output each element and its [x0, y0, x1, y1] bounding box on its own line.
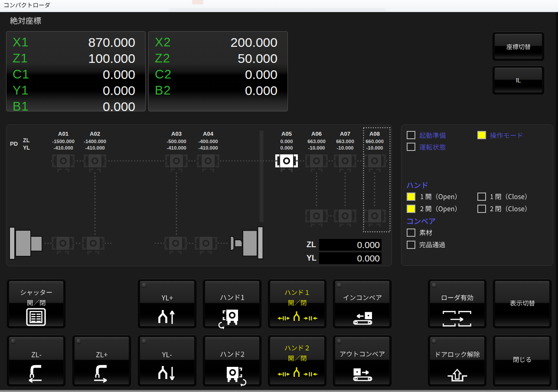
svg-text:A03: A03: [171, 131, 182, 137]
svg-text:663.000: 663.000: [336, 139, 354, 144]
svg-text:-410.000: -410.000: [53, 145, 73, 150]
svg-text:A05: A05: [281, 131, 292, 137]
svg-text:YL: YL: [23, 145, 30, 151]
svg-text:A06: A06: [311, 131, 322, 137]
svg-text:A04: A04: [203, 131, 214, 137]
svg-text:-500.000: -500.000: [166, 139, 186, 144]
svg-text:-410.000: -410.000: [198, 145, 218, 150]
svg-text:0.000: 0.000: [281, 139, 293, 144]
svg-text:-1500.000: -1500.000: [52, 139, 75, 144]
svg-text:-400.000: -400.000: [198, 139, 218, 144]
svg-text:PD: PD: [10, 140, 18, 147]
svg-text:A02: A02: [90, 131, 100, 137]
svg-text:-410.000: -410.000: [85, 145, 104, 150]
svg-text:ZL: ZL: [23, 137, 30, 144]
svg-text:0.000: 0.000: [281, 145, 293, 150]
svg-text:A01: A01: [58, 131, 69, 137]
svg-text:660.000: 660.000: [365, 139, 384, 144]
svg-text:-1400.000: -1400.000: [84, 139, 106, 144]
svg-text:-10.000: -10.000: [336, 145, 353, 150]
svg-text:A07: A07: [340, 131, 350, 137]
svg-text:-10.000: -10.000: [366, 145, 383, 150]
svg-text:663.000: 663.000: [307, 139, 326, 144]
svg-text:A08: A08: [369, 131, 380, 137]
svg-text:-410.000: -410.000: [166, 145, 186, 150]
svg-text:-10.000: -10.000: [308, 145, 325, 150]
